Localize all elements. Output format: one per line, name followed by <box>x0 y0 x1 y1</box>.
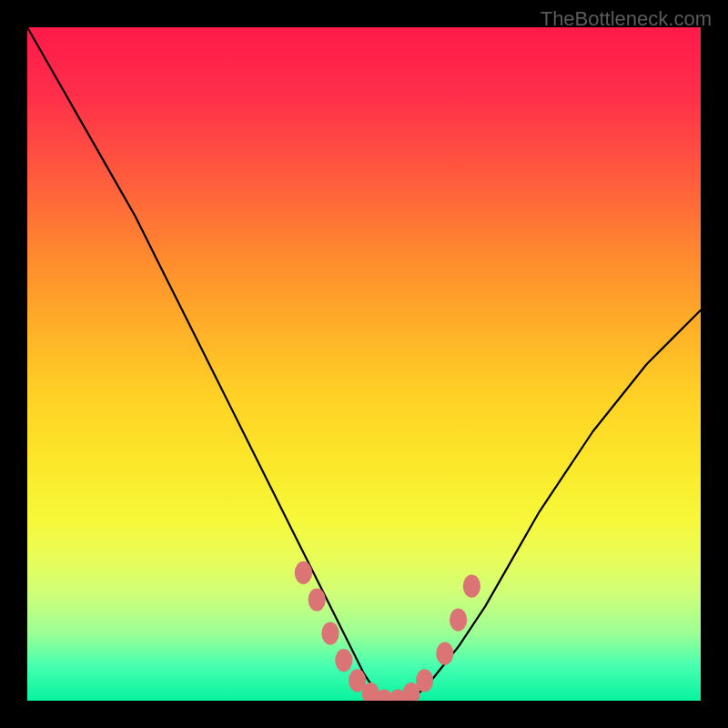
plot-area <box>27 27 701 701</box>
marker-dot <box>295 561 312 584</box>
plot-svg <box>27 27 701 701</box>
marker-dot <box>335 649 352 672</box>
watermark-text: TheBottleneck.com <box>541 7 712 31</box>
bottleneck-curve <box>27 27 701 701</box>
marker-dot <box>321 622 339 644</box>
marker-dot <box>436 642 453 665</box>
marker-dots <box>295 561 480 701</box>
marker-dot <box>308 588 326 611</box>
marker-dot <box>416 669 433 692</box>
marker-dot <box>463 575 480 598</box>
chart-container: TheBottleneck.com <box>0 0 728 728</box>
marker-dot <box>450 609 467 632</box>
